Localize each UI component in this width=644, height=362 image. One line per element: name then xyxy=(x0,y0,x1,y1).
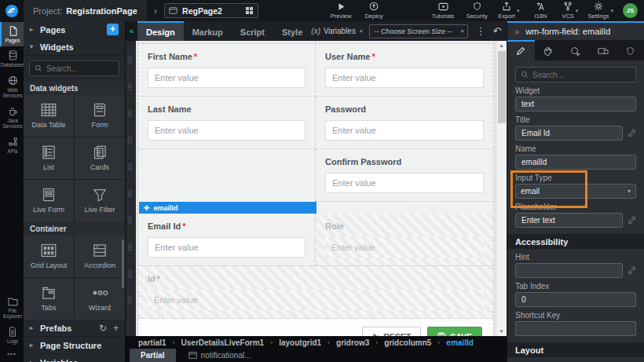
accessibility-section-header[interactable]: Accessibility xyxy=(507,234,644,249)
breadcrumb-item[interactable]: gridcolumn5 xyxy=(384,338,431,347)
input-type-select[interactable]: email ▾ xyxy=(515,184,636,199)
sidebar-item-databases[interactable]: Databases xyxy=(0,46,24,71)
tab-security-rules[interactable] xyxy=(617,40,644,60)
selected-widget-bar[interactable]: ✛ emailId xyxy=(139,202,317,214)
page-structure-section-header[interactable]: ▸ Page Structure xyxy=(24,337,125,354)
settings-button[interactable]: Settings ▾ xyxy=(583,2,618,20)
hint-input[interactable] xyxy=(515,263,623,278)
widget-tile-accordion[interactable]: Accordion xyxy=(75,236,125,277)
widget-tile-wizard[interactable]: Wizard xyxy=(75,278,125,320)
form-field-password[interactable]: Password xyxy=(316,97,493,149)
wavemaker-logo[interactable] xyxy=(0,0,24,21)
tab-notification[interactable]: notificational... xyxy=(177,349,262,362)
shortcut-key-input[interactable] xyxy=(515,321,636,336)
sidebar-item-file-explorer[interactable]: File Explorer xyxy=(0,293,24,323)
live-form-widget[interactable]: First Name* User Name* Last Name xyxy=(137,43,494,357)
security-button[interactable]: Security xyxy=(460,2,493,20)
id-input[interactable] xyxy=(148,290,484,310)
add-prefab-icon[interactable]: + xyxy=(113,323,119,334)
scroll-up-icon[interactable]: ▲ xyxy=(496,41,507,50)
more-options-icon[interactable]: ••• xyxy=(0,347,24,362)
screen-size-select[interactable]: -- Choose Screen Size -- ▾ xyxy=(369,24,468,38)
tab-style[interactable]: Style xyxy=(273,21,311,41)
undo-icon[interactable]: ↶ xyxy=(492,26,501,36)
form-field-firstname[interactable]: First Name* xyxy=(138,44,316,97)
sidebar-item-apis[interactable]: APIs xyxy=(0,133,24,157)
form-field-role[interactable]: Role xyxy=(316,214,493,266)
palette-scrollbar-thumb[interactable] xyxy=(122,240,124,288)
bind-link-icon[interactable] xyxy=(628,266,636,275)
form-field-emailid[interactable]: Email Id* xyxy=(138,214,316,266)
title-input[interactable] xyxy=(515,126,623,141)
user-avatar[interactable]: JS xyxy=(623,3,638,18)
username-input[interactable] xyxy=(325,68,484,88)
breadcrumb-item[interactable]: gridrow3 xyxy=(336,338,369,347)
breadcrumb-item[interactable]: layoutgrid1 xyxy=(279,338,321,347)
form-field-id[interactable]: Id* xyxy=(138,266,493,319)
canvas-scrollbar[interactable]: ▲ ▼ xyxy=(496,41,507,336)
bind-link-icon[interactable] xyxy=(628,216,636,225)
preview-button[interactable]: Preview xyxy=(324,2,357,20)
form-field-confirm-password[interactable]: Confirm Password xyxy=(316,149,493,202)
role-input[interactable] xyxy=(325,237,484,258)
collapse-palette-button[interactable]: « xyxy=(126,21,137,41)
widget-tile-list[interactable]: List xyxy=(24,137,74,179)
name-input[interactable] xyxy=(515,155,636,170)
lastname-input[interactable] xyxy=(148,120,306,141)
tutorials-button[interactable]: Tutorials xyxy=(426,2,459,20)
variables-dropdown[interactable]: (x) Variables ▾ xyxy=(311,27,362,35)
sidebar-item-pages[interactable]: Pages xyxy=(0,22,24,46)
widget-tile-tabs[interactable]: Tabs xyxy=(24,278,74,320)
project-chip[interactable]: Project: RegistrationPage xyxy=(24,0,147,21)
tab-index-input[interactable] xyxy=(515,292,636,307)
deploy-button[interactable]: Deploy xyxy=(357,2,390,20)
refresh-prefabs-icon[interactable]: ↻ xyxy=(99,323,107,334)
vcs-button[interactable]: VCS ▾ xyxy=(557,2,583,20)
widget-tile-form[interactable]: Form xyxy=(75,95,125,137)
sidebar-item-java-services[interactable]: Java Services xyxy=(0,102,24,133)
emailid-input[interactable] xyxy=(148,237,306,258)
breadcrumb-item-active[interactable]: emailId xyxy=(446,338,473,347)
kebab-menu-icon[interactable]: ⋮ xyxy=(475,26,485,36)
collapse-panel-icon[interactable]: » xyxy=(514,27,519,36)
tab-script[interactable]: Script xyxy=(232,21,273,41)
widget-tile-data-table[interactable]: Data Table xyxy=(24,95,74,137)
pages-section-header[interactable]: ▸ Pages + xyxy=(24,21,125,38)
page-selector[interactable]: RegPage2 xyxy=(164,3,258,18)
breadcrumb-item[interactable]: partial1 xyxy=(138,338,166,347)
widget-tile-cards[interactable]: Cards xyxy=(75,137,125,179)
firstname-input[interactable] xyxy=(148,68,306,88)
scrollbar-thumb[interactable] xyxy=(498,51,506,123)
widget-tile-live-form[interactable]: Live Form xyxy=(24,180,74,221)
layout-section-header[interactable]: Layout xyxy=(507,342,644,357)
variables-section-header[interactable]: ▸ Variables xyxy=(24,354,125,362)
password-input[interactable] xyxy=(325,120,484,141)
widget-type-input[interactable] xyxy=(515,97,636,112)
scroll-down-icon[interactable]: ▼ xyxy=(496,327,507,336)
widgets-section-header[interactable]: ▾ Widgets xyxy=(24,38,125,56)
widget-tile-live-filter[interactable]: Live Filter xyxy=(75,180,125,221)
i18n-button[interactable]: I18N xyxy=(524,2,557,20)
tab-inspect[interactable] xyxy=(562,40,590,60)
property-search[interactable] xyxy=(515,67,636,82)
sidebar-item-web-services[interactable]: Web Services xyxy=(0,71,24,102)
sidebar-item-logs[interactable]: Logs xyxy=(0,323,24,347)
property-search-input[interactable] xyxy=(532,71,631,79)
tab-partial[interactable]: Partial xyxy=(130,349,176,362)
widget-tile-grid-layout[interactable]: Grid Layout xyxy=(24,236,74,277)
tab-devices[interactable] xyxy=(589,40,617,60)
tab-properties[interactable] xyxy=(507,40,535,60)
form-field-lastname[interactable]: Last Name xyxy=(138,97,316,149)
widget-search-input[interactable] xyxy=(46,64,114,73)
design-canvas[interactable]: First Name* User Name* Last Name xyxy=(136,41,496,336)
tab-design[interactable]: Design xyxy=(137,21,184,41)
placeholder-input[interactable] xyxy=(515,213,623,228)
breadcrumb-item[interactable]: UserDetailsLiveForm1 xyxy=(181,338,265,347)
export-button[interactable]: Export ▾ xyxy=(493,2,524,20)
tab-styles[interactable] xyxy=(535,40,562,60)
widget-search[interactable] xyxy=(29,60,119,76)
confirm-password-input[interactable] xyxy=(325,173,484,193)
tab-markup[interactable]: Markup xyxy=(184,21,232,41)
bind-link-icon[interactable] xyxy=(628,129,636,137)
add-page-button[interactable]: + xyxy=(107,24,119,35)
